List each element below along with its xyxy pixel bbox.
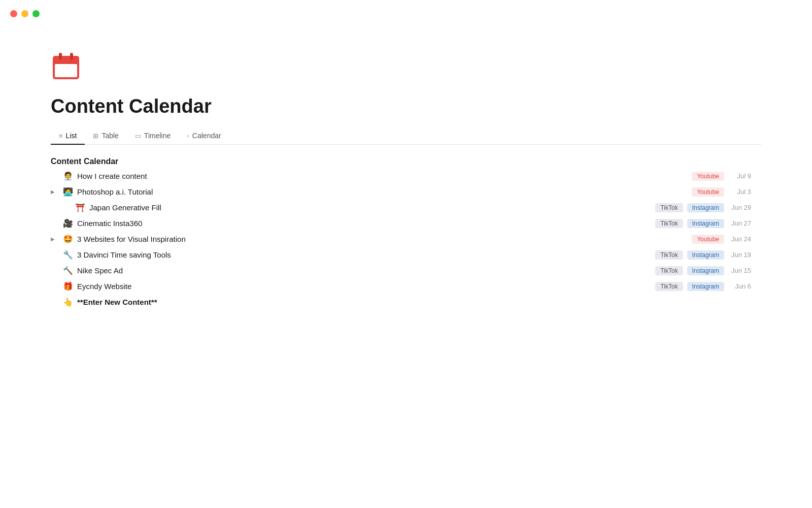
badge-instagram: Instagram bbox=[687, 203, 724, 212]
list-item[interactable]: 🎥Cinematic Insta360TikTokInstagramJun 27 bbox=[51, 215, 761, 231]
row-right: TikTokInstagramJun 6 bbox=[655, 282, 751, 291]
tab-calendar-label: Calendar bbox=[192, 132, 221, 140]
row-emoji: 🎁 bbox=[63, 281, 73, 291]
traffic-light-green[interactable] bbox=[32, 10, 40, 17]
badge-instagram: Instagram bbox=[687, 282, 724, 291]
row-date: Jun 15 bbox=[728, 267, 751, 274]
row-title[interactable]: Japan Generative Fill bbox=[89, 203, 161, 212]
row-left: 🧑‍💼How I create content bbox=[51, 171, 692, 181]
row-emoji: 🤩 bbox=[63, 234, 73, 244]
row-right: YoutubeJun 24 bbox=[692, 235, 751, 244]
row-title[interactable]: 3 Websites for Visual Inspiration bbox=[77, 235, 186, 243]
badge-instagram: Instagram bbox=[687, 219, 724, 228]
row-right: TikTokInstagramJun 19 bbox=[655, 250, 751, 260]
row-date: Jun 6 bbox=[728, 282, 751, 290]
badge-tiktok: TikTok bbox=[655, 250, 683, 260]
row-right: YoutubeJul 9 bbox=[692, 172, 751, 181]
row-date: Jun 27 bbox=[728, 219, 751, 227]
row-left: 👆**Enter New Content** bbox=[51, 297, 728, 307]
tabs-bar: ≡ List ⊞ Table ▭ Timeline ▫ Calendar bbox=[51, 128, 761, 145]
main-content: Content Calendar ≡ List ⊞ Table ▭ Timeli… bbox=[0, 0, 812, 330]
list-item[interactable]: 🎁Eycndy WebsiteTikTokInstagramJun 6 bbox=[51, 278, 761, 294]
row-left: 🔧3 Davinci Time saving Tools bbox=[51, 250, 655, 260]
svg-rect-2 bbox=[53, 60, 79, 64]
badge-youtube: Youtube bbox=[692, 172, 724, 181]
row-left: ⛩️Japan Generative Fill bbox=[63, 203, 655, 212]
row-right: TikTokInstagramJun 15 bbox=[655, 266, 751, 275]
badge-tiktok: TikTok bbox=[655, 282, 683, 291]
row-title[interactable]: How I create content bbox=[77, 172, 147, 180]
row-date: Jun 29 bbox=[728, 204, 751, 211]
traffic-lights bbox=[10, 10, 40, 17]
page-title: Content Calendar bbox=[51, 96, 761, 117]
tab-table-label: Table bbox=[101, 132, 118, 140]
row-emoji: 🧑‍💻 bbox=[63, 187, 73, 197]
content-list: 🧑‍💼How I create contentYoutubeJul 9▶🧑‍💻P… bbox=[51, 168, 761, 310]
row-title[interactable]: 3 Davinci Time saving Tools bbox=[77, 250, 171, 259]
badge-tiktok: TikTok bbox=[655, 266, 683, 275]
list-item[interactable]: 🔧3 Davinci Time saving ToolsTikTokInstag… bbox=[51, 247, 761, 263]
row-right: YoutubeJul 3 bbox=[692, 187, 751, 197]
list-item[interactable]: ▶🤩3 Websites for Visual InspirationYoutu… bbox=[51, 231, 761, 247]
tab-table[interactable]: ⊞ Table bbox=[85, 128, 126, 145]
tab-timeline[interactable]: ▭ Timeline bbox=[127, 128, 179, 145]
badge-instagram: Instagram bbox=[687, 266, 724, 275]
table-icon: ⊞ bbox=[93, 132, 98, 140]
svg-rect-5 bbox=[70, 53, 73, 60]
badge-youtube: Youtube bbox=[692, 235, 724, 244]
tab-timeline-label: Timeline bbox=[144, 132, 171, 140]
row-emoji: ⛩️ bbox=[75, 203, 85, 212]
row-emoji: 🎥 bbox=[63, 218, 73, 228]
row-date: Jul 9 bbox=[728, 172, 751, 180]
row-emoji: 🔧 bbox=[63, 250, 73, 260]
list-item[interactable]: ▶🧑‍💻Photoshop a.i. TutorialYoutubeJul 3 bbox=[51, 184, 761, 200]
row-title[interactable]: Cinematic Insta360 bbox=[77, 219, 142, 228]
row-title[interactable]: Eycndy Website bbox=[77, 282, 131, 291]
tab-list[interactable]: ≡ List bbox=[51, 128, 85, 145]
row-left: 🔨Nike Spec Ad bbox=[51, 266, 655, 275]
list-item[interactable]: ⛩️Japan Generative FillTikTokInstagramJu… bbox=[51, 200, 761, 215]
row-emoji: 🧑‍💼 bbox=[63, 171, 73, 181]
row-title[interactable]: Photoshop a.i. Tutorial bbox=[77, 187, 153, 196]
row-emoji: 🔨 bbox=[63, 266, 73, 275]
row-title[interactable]: **Enter New Content** bbox=[77, 298, 157, 306]
list-item[interactable]: 🔨Nike Spec AdTikTokInstagramJun 15 bbox=[51, 263, 761, 278]
section-header: Content Calendar bbox=[51, 157, 761, 166]
row-date: Jun 19 bbox=[728, 251, 751, 259]
row-date: Jun 24 bbox=[728, 235, 751, 243]
badge-tiktok: TikTok bbox=[655, 219, 683, 228]
traffic-light-yellow[interactable] bbox=[21, 10, 28, 17]
traffic-light-red[interactable] bbox=[10, 10, 17, 17]
row-left: 🎥Cinematic Insta360 bbox=[51, 218, 655, 228]
page-icon bbox=[51, 51, 761, 83]
timeline-icon: ▭ bbox=[135, 132, 141, 140]
list-item[interactable]: 👆**Enter New Content** bbox=[51, 294, 761, 310]
badge-youtube: Youtube bbox=[692, 187, 724, 197]
tab-list-label: List bbox=[66, 132, 77, 140]
badge-tiktok: TikTok bbox=[655, 203, 683, 212]
calendar-tab-icon: ▫ bbox=[187, 132, 189, 140]
row-date: Jul 3 bbox=[728, 188, 751, 196]
svg-rect-3 bbox=[55, 64, 77, 77]
badge-instagram: Instagram bbox=[687, 250, 724, 260]
list-icon: ≡ bbox=[59, 132, 63, 140]
expand-arrow-icon[interactable]: ▶ bbox=[51, 189, 59, 195]
row-left: 🎁Eycndy Website bbox=[51, 281, 655, 291]
tab-calendar[interactable]: ▫ Calendar bbox=[179, 128, 229, 145]
row-right: TikTokInstagramJun 29 bbox=[655, 203, 751, 212]
svg-rect-4 bbox=[59, 53, 62, 60]
row-left: ▶🤩3 Websites for Visual Inspiration bbox=[51, 234, 692, 244]
row-emoji: 👆 bbox=[63, 297, 73, 307]
row-title[interactable]: Nike Spec Ad bbox=[77, 266, 123, 275]
row-right: TikTokInstagramJun 27 bbox=[655, 219, 751, 228]
expand-arrow-icon[interactable]: ▶ bbox=[51, 236, 59, 242]
list-item[interactable]: 🧑‍💼How I create contentYoutubeJul 9 bbox=[51, 168, 761, 184]
row-left: ▶🧑‍💻Photoshop a.i. Tutorial bbox=[51, 187, 692, 197]
